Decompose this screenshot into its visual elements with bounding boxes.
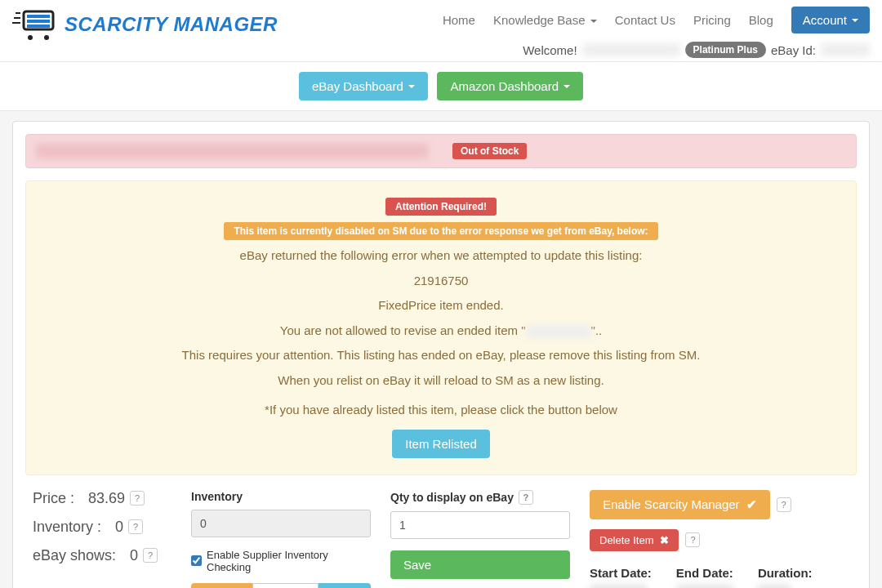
listing-title-blur bbox=[36, 144, 428, 158]
duration-label: Duration: bbox=[758, 566, 813, 580]
alert-line: eBay returned the following error when w… bbox=[46, 247, 836, 265]
attention-alert: Attention Required! This item is current… bbox=[25, 180, 857, 475]
welcome-label: Welcome! bbox=[523, 43, 577, 57]
delete-item-button[interactable]: Delete Item✖ bbox=[590, 529, 679, 551]
nav-pricing[interactable]: Pricing bbox=[693, 13, 731, 27]
nav-kb[interactable]: Knowledge Base bbox=[493, 13, 597, 27]
help-icon[interactable]: ? bbox=[128, 519, 143, 534]
ebay-shows-value: 0 bbox=[130, 547, 138, 564]
chevron-down-icon bbox=[408, 85, 415, 88]
plan-badge: Platinum Plus bbox=[685, 42, 766, 58]
chevron-down-icon bbox=[590, 20, 597, 23]
tab-buttons: Price Helper Supplier eBay Log bbox=[191, 583, 371, 589]
item-relisted-button[interactable]: Item Relisted bbox=[392, 430, 490, 458]
out-of-stock-badge: Out of Stock bbox=[452, 143, 527, 159]
listing-card: Out of Stock Attention Required! This it… bbox=[12, 121, 870, 588]
svg-point-4 bbox=[28, 35, 33, 40]
amazon-dashboard-button[interactable]: Amazon Dashboard bbox=[437, 72, 583, 100]
price-helper-button[interactable]: Price Helper bbox=[191, 583, 252, 589]
inventory-input[interactable] bbox=[191, 510, 371, 537]
end-date-blur bbox=[676, 585, 733, 589]
help-icon[interactable]: ? bbox=[143, 548, 158, 563]
supplier-button[interactable]: Supplier bbox=[252, 583, 318, 589]
nav-blog[interactable]: Blog bbox=[749, 13, 773, 27]
supplier-check[interactable] bbox=[191, 555, 202, 566]
disabled-badge: This item is currently disabled on SM du… bbox=[224, 222, 657, 240]
alert-already: *If you have already listed this item, p… bbox=[46, 401, 836, 420]
account-button[interactable]: Account bbox=[791, 7, 870, 33]
inventory-label: Inventory : bbox=[33, 519, 101, 536]
nav-contact[interactable]: Contact Us bbox=[615, 13, 675, 27]
qty-label: Qty to display on eBay bbox=[390, 491, 514, 504]
ebay-log-button[interactable]: eBay Log bbox=[318, 583, 371, 589]
end-date-label: End Date: bbox=[676, 566, 733, 580]
check-icon: ✔ bbox=[746, 497, 757, 512]
alert-line: When you relist on eBay it will reload t… bbox=[46, 372, 836, 390]
brand-text: SCARCITY MANAGER bbox=[65, 13, 278, 36]
cart-icon bbox=[12, 7, 58, 42]
close-icon: ✖ bbox=[660, 534, 669, 546]
price-label: Price : bbox=[33, 490, 74, 507]
help-icon[interactable]: ? bbox=[685, 532, 700, 547]
start-date-blur bbox=[590, 585, 647, 589]
alert-line: You are not allowed to revise an ended i… bbox=[46, 322, 836, 341]
enable-sm-button[interactable]: Enable Scarcity Manager✔ bbox=[590, 490, 770, 519]
alert-code: 21916750 bbox=[46, 272, 836, 291]
welcome-line: Welcome! Platinum Plus eBay Id: bbox=[443, 42, 870, 58]
ebay-id-label: eBay Id: bbox=[771, 43, 816, 57]
start-date-label: Start Date: bbox=[590, 566, 652, 580]
help-icon[interactable]: ? bbox=[519, 490, 533, 505]
top-nav: Home Knowledge Base Contact Us Pricing B… bbox=[443, 7, 870, 33]
logo[interactable]: SCARCITY MANAGER bbox=[12, 7, 278, 42]
duration-blur bbox=[758, 585, 791, 589]
qty-input[interactable] bbox=[390, 511, 570, 539]
nav-home[interactable]: Home bbox=[443, 13, 475, 27]
ebay-shows-label: eBay shows: bbox=[33, 547, 116, 564]
alert-line: This requires your attention. This listi… bbox=[46, 346, 836, 365]
chevron-down-icon bbox=[852, 19, 858, 22]
inventory-field-label: Inventory bbox=[191, 490, 371, 503]
alert-line: FixedPrice item ended. bbox=[46, 296, 836, 315]
dashboard-bar: eBay Dashboard Amazon Dashboard bbox=[0, 62, 882, 111]
ebay-id-blur bbox=[821, 43, 870, 56]
help-icon[interactable]: ? bbox=[777, 497, 791, 512]
supplier-check-label: Enable Supplier Inventory Checking bbox=[207, 549, 371, 573]
listing-title-bar: Out of Stock bbox=[25, 134, 857, 168]
ebay-dashboard-button[interactable]: eBay Dashboard bbox=[299, 72, 428, 100]
svg-point-5 bbox=[44, 35, 49, 40]
chevron-down-icon bbox=[564, 85, 570, 88]
save-button[interactable]: Save bbox=[390, 550, 570, 579]
item-id-blur bbox=[526, 325, 591, 338]
inventory-value: 0 bbox=[115, 519, 123, 536]
help-icon[interactable]: ? bbox=[130, 491, 145, 506]
price-value: 83.69 bbox=[88, 490, 125, 507]
username-blur bbox=[582, 43, 680, 56]
attention-badge: Attention Required! bbox=[385, 198, 497, 216]
